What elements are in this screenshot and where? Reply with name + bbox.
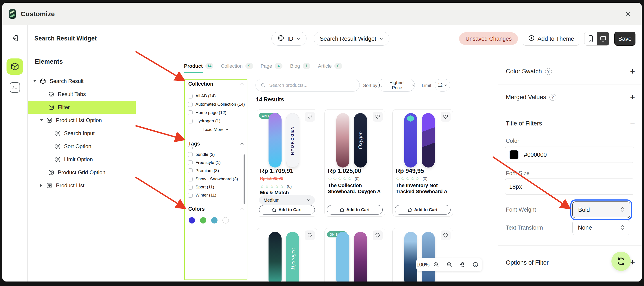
exit-editor-icon[interactable] (11, 34, 19, 43)
filter-option-row[interactable]: Hydrogen (1) (188, 119, 220, 123)
tree-item-search-input[interactable]: Search Input (28, 127, 136, 140)
mobile-preview-button[interactable] (584, 32, 597, 46)
section-color-swatch[interactable]: Color Swatch ? (506, 68, 552, 75)
product-name[interactable]: Mix & Match (260, 190, 314, 196)
sync-refresh-button[interactable] (612, 252, 631, 271)
elements-panel-icon[interactable] (6, 59, 23, 75)
checkbox[interactable] (188, 193, 192, 198)
add-to-cart-button[interactable]: Add to Cart (327, 205, 383, 214)
product-card[interactable]: Oxygen Rp 1.025,00 ☆☆☆☆☆ (0) The Col (324, 109, 385, 216)
section-merged-values[interactable]: Merged Values ? (506, 94, 556, 101)
product-card[interactable]: ON SALE HYDROGEN Rp 1.709,91 Rp 1.899,90 (256, 109, 317, 216)
color-swatch-green[interactable] (200, 217, 206, 223)
filter-option-row[interactable]: Premium (3) (188, 168, 219, 173)
load-more-button[interactable]: Load More (185, 127, 247, 132)
color-swatch-white[interactable] (222, 217, 229, 223)
filter-option-row[interactable]: bundle (2) (188, 152, 215, 157)
wishlist-button[interactable] (441, 230, 450, 240)
product-name[interactable]: The Collection Snowboard: Oxygen A (328, 182, 382, 194)
close-icon[interactable] (623, 10, 632, 19)
caret-right-icon[interactable] (40, 184, 42, 187)
filter-option-row[interactable]: Winter (11) (188, 193, 216, 198)
color-preview-swatch[interactable] (509, 150, 518, 159)
wishlist-button[interactable] (441, 112, 450, 122)
filter-option-row[interactable]: All AB (14) (188, 94, 216, 99)
help-button[interactable]: ? (469, 258, 482, 271)
save-button[interactable]: Save (614, 32, 636, 46)
variant-dropdown[interactable]: Medium (259, 195, 315, 205)
filter-option-row[interactable]: Home page (12) (188, 110, 226, 115)
tab-blog[interactable]: Blog 1 (290, 63, 310, 69)
wishlist-button[interactable] (373, 112, 383, 122)
section-options-of-filter[interactable]: Options of Filter (506, 259, 549, 266)
tree-item-product-list[interactable]: Product List (28, 179, 136, 192)
tree-item-result-tabs[interactable]: Result Tabs (28, 88, 136, 101)
wishlist-button[interactable] (305, 112, 315, 122)
expand-plus-icon[interactable]: + (630, 93, 635, 101)
color-swatch-teal[interactable] (211, 217, 218, 223)
checkbox[interactable] (188, 168, 192, 173)
wishlist-button[interactable] (305, 230, 315, 240)
caret-down-icon[interactable] (34, 80, 36, 82)
checkbox[interactable] (188, 185, 192, 190)
color-swatch-blue[interactable] (189, 217, 195, 223)
add-to-theme-button[interactable]: Add to Theme (523, 32, 579, 46)
tree-item-product-list-option[interactable]: Product List Option (28, 114, 136, 127)
tree-item-limit-option[interactable]: Limit Option (28, 153, 136, 166)
chevron-up-icon[interactable] (240, 207, 244, 211)
tree-item-filter[interactable]: Filter (28, 101, 136, 114)
product-search-field[interactable] (256, 79, 360, 92)
color-field[interactable]: #000000 (505, 147, 634, 163)
font-weight-select[interactable]: Bold (572, 201, 630, 218)
checkbox[interactable] (188, 94, 192, 99)
zoom-in-button[interactable] (430, 258, 443, 271)
limit-dropdown[interactable]: 12 (435, 79, 450, 92)
filter-option-row[interactable]: Snow - Snowboard (3) (188, 176, 238, 181)
product-card[interactable]: Rp 949,95 ☆☆☆☆☆ (0) The Inventory Not Tr… (392, 109, 453, 216)
checkbox[interactable] (188, 160, 192, 165)
product-card[interactable] (392, 228, 453, 281)
help-icon[interactable]: ? (545, 68, 552, 75)
tab-collection[interactable]: Collection 9 (221, 63, 253, 69)
scrollbar-thumb[interactable] (244, 154, 245, 204)
zoom-out-button[interactable] (443, 258, 456, 271)
add-to-cart-button[interactable]: Add to Cart (395, 205, 450, 214)
collapse-minus-icon[interactable]: − (630, 119, 635, 127)
add-to-cart-button[interactable]: Add to Cart (259, 205, 315, 214)
language-selector[interactable]: ID (272, 32, 306, 46)
text-transform-select[interactable]: None (572, 220, 630, 235)
code-console-icon[interactable] (10, 82, 20, 93)
tab-page[interactable]: Page 4 (261, 63, 282, 69)
filter-option-row[interactable]: Free style (1) (188, 160, 221, 165)
chevron-up-icon[interactable] (240, 82, 244, 86)
font-size-field[interactable]: 18px (505, 178, 634, 195)
filter-option-row[interactable]: Sport (11) (188, 185, 214, 190)
wishlist-button[interactable] (373, 230, 383, 240)
tab-product[interactable]: Product 14 (184, 63, 213, 69)
search-input[interactable] (269, 82, 354, 88)
help-icon[interactable]: ? (550, 94, 556, 101)
section-title-of-filters[interactable]: Title of Filters (506, 120, 542, 127)
product-card[interactable]: Hydrogen (256, 228, 317, 281)
expand-plus-icon[interactable]: + (630, 258, 635, 266)
widget-selector[interactable]: Search Result Widget (314, 32, 390, 46)
sort-dropdown[interactable]: Highest Price (378, 79, 415, 92)
tab-article[interactable]: Article 0 (318, 63, 342, 69)
checkbox[interactable] (188, 110, 192, 115)
caret-down-icon[interactable] (40, 119, 43, 121)
chevron-up-icon[interactable] (240, 142, 244, 146)
desktop-preview-button[interactable] (597, 32, 609, 46)
pan-tool-button[interactable] (456, 258, 469, 271)
filter-option-row[interactable]: Automated Collection (14) (188, 102, 245, 107)
checkbox[interactable] (188, 102, 192, 107)
product-card[interactable]: ON SALE (324, 228, 385, 281)
checkbox[interactable] (188, 152, 192, 157)
checkbox[interactable] (188, 119, 192, 123)
product-name[interactable]: The Inventory Not Tracked Snowboard A (396, 182, 450, 194)
tree-item-search-result[interactable]: Search Result (28, 75, 136, 88)
expand-plus-icon[interactable]: + (630, 67, 635, 76)
tree-item-sort-option[interactable]: Sort Option (28, 140, 136, 153)
tree-item-product-grid-option[interactable]: Product Grid Option (28, 166, 136, 179)
checkbox[interactable] (188, 177, 192, 181)
tab-count-badge: 0 (334, 63, 342, 69)
